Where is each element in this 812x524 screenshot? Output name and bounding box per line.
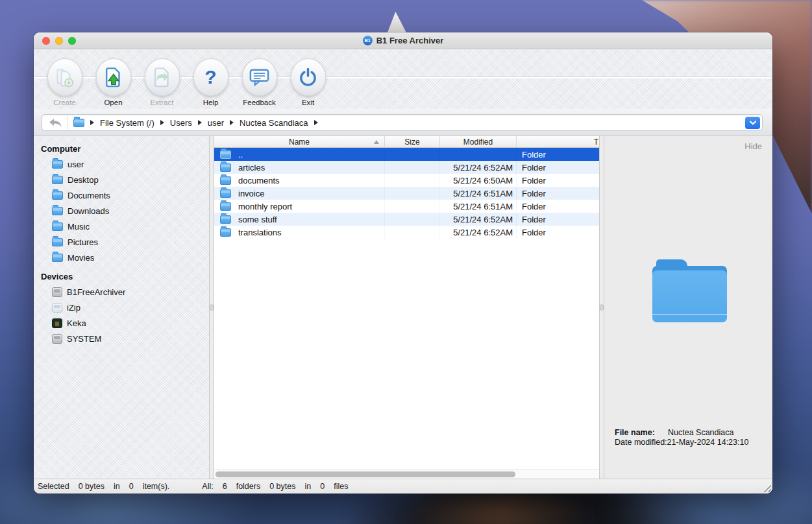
- sidebar-item-izip[interactable]: iZip: [34, 300, 209, 315]
- chevron-down-icon: [750, 121, 756, 125]
- table-row-documents[interactable]: documents 5/21/24 6:50AM Folder: [214, 174, 599, 187]
- row-type: Folder: [517, 174, 599, 187]
- row-modified: 5/21/24 6:52AM: [440, 213, 517, 226]
- row-name: some stuff: [238, 215, 277, 224]
- folder-icon: [220, 228, 231, 237]
- horizontal-scrollbar[interactable]: [214, 470, 599, 479]
- date-modified-value: 21-May-2024 14:23:10: [667, 438, 749, 447]
- current-folder-icon: [73, 119, 84, 127]
- preview-splitter[interactable]: [599, 136, 604, 479]
- row-size: [385, 213, 440, 226]
- row-modified: 5/21/24 6:52AM: [440, 161, 517, 174]
- file-list-pane: Name Size Modified T ..: [214, 136, 599, 479]
- minimize-window-button[interactable]: [55, 37, 63, 45]
- sidebar-item-label: Pictures: [68, 237, 98, 247]
- status-bar: Selected 0 bytes in 0 item(s). All: 6 fo…: [34, 479, 772, 494]
- row-type: Folder: [517, 226, 599, 239]
- path-dropdown-button[interactable]: [745, 117, 760, 129]
- sidebar-item-keka[interactable]: Keka: [34, 315, 209, 331]
- window-resize-grip[interactable]: [762, 483, 771, 492]
- table-row-translations[interactable]: translations 5/21/24 6:52AM Folder: [214, 226, 599, 239]
- date-modified-label: Date modified:: [615, 438, 667, 447]
- breadcrumb-input: File System (/) Users user Nuctea Scandi…: [42, 114, 763, 131]
- movies-folder-icon: [52, 254, 63, 262]
- row-type: Folder: [517, 213, 599, 226]
- table-row-monthly-report[interactable]: monthly report 5/21/24 6:51AM Folder: [214, 200, 599, 213]
- toolbar: Create Open: [34, 49, 772, 109]
- sidebar-item-desktop[interactable]: Desktop: [34, 172, 209, 187]
- sidebar-item-label: Documents: [68, 191, 110, 200]
- zoom-window-button[interactable]: [68, 37, 76, 45]
- row-size: [385, 226, 440, 239]
- sidebar-splitter[interactable]: [209, 136, 214, 479]
- row-type: Folder: [517, 200, 599, 213]
- help-button[interactable]: ? Help: [186, 49, 235, 106]
- breadcrumb-item-root[interactable]: File System (/): [100, 118, 154, 128]
- sidebar-item-system[interactable]: SYSTEM: [34, 331, 209, 346]
- close-window-button[interactable]: [42, 37, 50, 45]
- sidebar-item-user[interactable]: user: [34, 156, 209, 172]
- system-drive-icon: [52, 334, 62, 344]
- status-total-size: 0 bytes: [269, 482, 295, 491]
- sidebar-item-movies[interactable]: Movies: [34, 250, 209, 265]
- row-modified: [440, 148, 517, 161]
- sidebar-item-label: Music: [68, 222, 90, 232]
- chevron-right-icon: [230, 120, 234, 125]
- table-row-some-stuff[interactable]: some stuff 5/21/24 6:52AM Folder: [214, 213, 599, 226]
- table-row-articles[interactable]: articles 5/21/24 6:52AM Folder: [214, 161, 599, 174]
- back-arrow-icon: [48, 118, 62, 127]
- row-name: monthly report: [238, 202, 292, 211]
- horizontal-scrollbar-thumb[interactable]: [215, 471, 515, 477]
- sidebar-item-music[interactable]: Music: [34, 219, 209, 234]
- title-bar[interactable]: B1 B1 Free Archiver: [34, 32, 772, 49]
- sidebar-item-documents[interactable]: Documents: [34, 187, 209, 203]
- table-row-parent[interactable]: .. Folder: [214, 148, 599, 161]
- column-header-modified[interactable]: Modified: [440, 136, 517, 147]
- keka-drive-icon: [52, 318, 62, 328]
- power-icon: [298, 67, 318, 88]
- chevron-right-icon: [90, 120, 94, 125]
- row-modified: 5/21/24 6:50AM: [440, 174, 517, 187]
- row-name: ..: [238, 150, 243, 160]
- sidebar: Computer user Desktop Documents Download…: [34, 136, 209, 479]
- sidebar-item-b1freearchiver[interactable]: B1FreeArchiver: [34, 284, 209, 300]
- splitter-handle: [600, 305, 604, 311]
- chevron-right-icon: [314, 120, 318, 125]
- extract-button[interactable]: Extract: [138, 49, 186, 106]
- column-header-type[interactable]: T: [517, 136, 599, 147]
- status-word-in-2: in: [305, 482, 312, 491]
- row-type: Folder: [517, 187, 599, 200]
- question-mark-icon: ?: [204, 67, 216, 87]
- folder-icon: [220, 202, 231, 211]
- feedback-button[interactable]: Feedback: [235, 49, 284, 106]
- b1-logo-icon: B1: [363, 36, 373, 45]
- row-size: [385, 161, 440, 174]
- table-header: Name Size Modified T: [214, 136, 599, 148]
- feedback-button-label: Feedback: [243, 99, 276, 106]
- file-info: File name:Nuctea Scandiaca Date modified…: [615, 428, 748, 447]
- create-button-label: Create: [53, 99, 76, 106]
- breadcrumb-item-users[interactable]: Users: [170, 118, 192, 128]
- row-modified: 5/21/24 6:51AM: [440, 200, 517, 213]
- breadcrumb-bar: File System (/) Users user Nuctea Scandi…: [34, 109, 772, 136]
- column-header-size[interactable]: Size: [385, 136, 440, 147]
- back-button[interactable]: [42, 115, 68, 130]
- status-selected-count: 0: [129, 482, 134, 491]
- exit-button[interactable]: Exit: [284, 49, 332, 106]
- folder-icon: [220, 163, 231, 172]
- sidebar-item-downloads[interactable]: Downloads: [34, 203, 209, 219]
- breadcrumb-item-user[interactable]: user: [208, 118, 224, 128]
- chevron-right-icon: [160, 120, 164, 125]
- breadcrumb-item-current[interactable]: Nuctea Scandiaca: [240, 118, 308, 128]
- create-button[interactable]: Create: [40, 49, 89, 106]
- open-button[interactable]: Open: [89, 49, 138, 106]
- open-button-label: Open: [104, 99, 122, 106]
- column-header-name[interactable]: Name: [214, 136, 385, 147]
- table-row-invoice[interactable]: invoice 5/21/24 6:51AM Folder: [214, 187, 599, 200]
- home-folder-icon: [52, 160, 63, 169]
- folder-icon: [220, 215, 231, 224]
- hide-preview-button[interactable]: Hide: [744, 141, 762, 151]
- sidebar-item-pictures[interactable]: Pictures: [34, 234, 209, 250]
- sidebar-section-devices: Devices: [34, 272, 209, 284]
- status-files-count: 0: [320, 482, 325, 491]
